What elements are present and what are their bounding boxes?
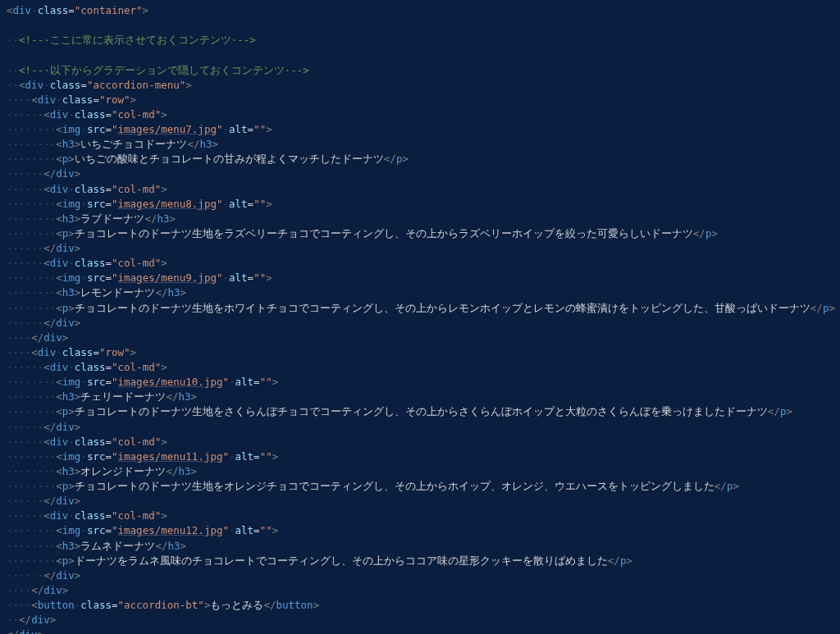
code-line: ········<p>チョコレートのドーナツ生地をオレンジチョコでコーティングし… (7, 479, 833, 494)
code-line: ········<h3>レモンドーナツ</h3> (7, 285, 833, 300)
code-line: ······<div·class="col-md"> (7, 435, 833, 449)
code-line: ······<div·class="col-md"> (7, 360, 833, 375)
code-line: ····<div·class="row"> (7, 345, 833, 360)
code-line: ··<div·class="accordion-menu"> (7, 78, 833, 93)
code-line: <div·class="container"> (7, 3, 833, 18)
code-line: ····</div> (7, 583, 833, 598)
code-line: ········<h3>ラムネドーナツ</h3> (7, 539, 833, 554)
code-line: ········<img·src="images/menu11.jpg"·alt… (7, 449, 833, 464)
code-line: ······<div·class="col-md"> (7, 256, 833, 271)
code-line: ········<h3>いちごチョコドーナツ</h3> (7, 137, 833, 152)
code-line: ······</div> (7, 316, 833, 331)
code-editor[interactable]: <div·class="container"> ··<!--·ここに常に表示させ… (7, 3, 833, 634)
blank-line (7, 18, 833, 33)
code-line: ········<p>いちごの酸味とチョコレートの甘みが程よくマッチしたドーナツ… (7, 152, 833, 166)
code-line: ········<h3>オレンジドーナツ</h3> (7, 464, 833, 479)
code-line: ········<h3>チェリードーナツ</h3> (7, 390, 833, 404)
code-line: ······</div> (7, 166, 833, 181)
code-line: ······</div> (7, 241, 833, 256)
code-line: ········<h3>ラブドーナツ</h3> (7, 212, 833, 226)
code-line: ········<img·src="images/menu10.jpg"·alt… (7, 375, 833, 390)
code-line: ········<img·src="images/menu12.jpg"·alt… (7, 523, 833, 538)
code-line: ······<div·class="col-md"> (7, 509, 833, 523)
code-line: ······<div·class="col-md"> (7, 107, 833, 122)
code-line: ········<p>チョコレートのドーナツ生地をさくらんぼチョコでコーティング… (7, 404, 833, 419)
code-line: ········<p>チョコレートのドーナツ生地をラズベリーチョコでコーティング… (7, 226, 833, 241)
code-line: ······</div> (7, 420, 833, 435)
code-line: ········<img·src="images/menu9.jpg"·alt=… (7, 271, 833, 285)
code-line: ········<img·src="images/menu7.jpg"·alt=… (7, 122, 833, 137)
code-line: ··<!--·以下からグラデーションで隠しておくコンテンツ·--> (7, 63, 833, 78)
code-line: ······<div·class="col-md"> (7, 182, 833, 197)
code-line: ······</div> (7, 494, 833, 509)
code-line: ··<!--·ここに常に表示させておくコンテンツ·--> (7, 33, 833, 48)
code-line: ········<img·src="images/menu8.jpg"·alt=… (7, 197, 833, 212)
code-line: ······</div> (7, 568, 833, 583)
code-line: ········<p>ドーナツをラムネ風味のチョコレートでコーティングし、その上… (7, 554, 833, 568)
code-line: ········<p>チョコレートのドーナツ生地をホワイトチョコでコーティングし… (7, 301, 833, 316)
code-line: </div> (7, 627, 833, 634)
code-line: ··</div> (7, 613, 833, 627)
code-line: ····<div·class="row"> (7, 93, 833, 107)
code-line: ····<button·class="accordion-bt">もっとみる</… (7, 598, 833, 613)
code-line: ····</div> (7, 331, 833, 345)
blank-line (7, 48, 833, 62)
